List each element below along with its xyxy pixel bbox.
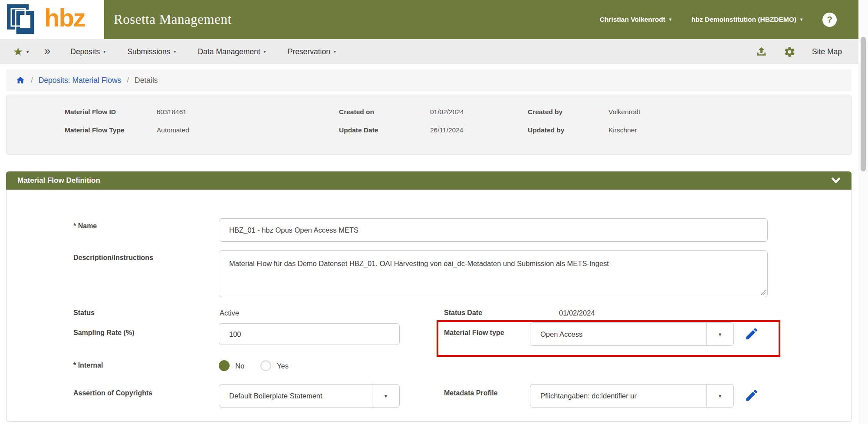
internal-radio-yes[interactable]: [260, 360, 271, 371]
summary-panel: Material Flow ID60318461 Created on01/02…: [6, 95, 852, 155]
nav-right: Site Map: [756, 39, 842, 64]
summary-material-flow-type: Material Flow TypeAutomated: [65, 126, 189, 134]
chevron-down-icon: [334, 49, 336, 54]
institution-menu[interactable]: hbz Demoinstitution (HBZDEMO): [691, 16, 802, 23]
internal-radio-no[interactable]: [219, 360, 230, 371]
nav-item-preservation[interactable]: Preservation: [288, 47, 336, 56]
sampling-rate-input[interactable]: 100: [219, 323, 400, 345]
gear-icon[interactable]: [784, 46, 796, 58]
chevron-down-icon[interactable]: [372, 385, 399, 407]
chevron-down-icon: [103, 49, 105, 54]
page-title: Rosetta Management: [114, 0, 232, 39]
section-header-material-flow-definition[interactable]: Material Flow Definition: [6, 171, 852, 190]
metadata-profile-label: Metadata Profile: [444, 389, 498, 397]
scrollbar-track[interactable]: [858, 0, 868, 424]
chevron-down-icon: [264, 49, 266, 54]
hbz-logo-text: hbz: [44, 5, 85, 34]
nav-item-label: Preservation: [288, 47, 330, 56]
summary-label: Updated by: [528, 126, 608, 134]
edit-metadata-profile-pencil-icon[interactable]: [744, 388, 759, 403]
chevron-down-icon[interactable]: [707, 323, 733, 345]
nav-item-submissions[interactable]: Submissions: [127, 47, 176, 56]
summary-label: Created on: [339, 108, 430, 116]
internal-radio-no-label: No: [235, 362, 244, 370]
name-label: * Name: [73, 222, 97, 230]
status-date-value: 01/02/2024: [559, 309, 595, 317]
name-input[interactable]: HBZ_01 - hbz Opus Open Access METS: [219, 218, 768, 242]
hbz-logo-icon: [6, 3, 40, 36]
home-icon[interactable]: [16, 76, 25, 85]
summary-created-on: Created on01/02/2024: [339, 108, 464, 116]
metadata-profile-select[interactable]: Pflichtangaben: dc:identifier ur: [530, 384, 734, 408]
summary-value: 26/11/2024: [430, 126, 463, 134]
summary-updated-by: Updated byKirschner: [528, 126, 637, 134]
material-flow-definition-form: * Name HBZ_01 - hbz Opus Open Access MET…: [6, 190, 852, 422]
summary-update-date: Update Date26/11/2024: [339, 126, 463, 134]
summary-value: Volkenrodt: [608, 108, 640, 115]
summary-value: Kirschner: [608, 126, 637, 134]
nav-item-label: Deposits: [70, 47, 100, 56]
internal-label: * Internal: [73, 362, 103, 369]
app-header: hbz Rosetta Management Christian Volkenr…: [0, 0, 858, 39]
copyrights-select[interactable]: Default Boilerplate Statement: [219, 384, 400, 408]
summary-label: Created by: [528, 108, 608, 116]
material-flow-type-value: Open Access: [530, 323, 707, 345]
copyrights-label: Assertion of Copyrights: [73, 389, 152, 397]
header-right: Christian Volkenrodt hbz Demoinstitution…: [600, 0, 837, 39]
nav-item-data-management[interactable]: Data Management: [198, 47, 266, 56]
user-menu[interactable]: Christian Volkenrodt: [600, 16, 671, 23]
summary-value: Automated: [157, 126, 189, 134]
edit-material-flow-type-pencil-icon[interactable]: [744, 326, 759, 341]
site-map-link[interactable]: Site Map: [812, 47, 842, 56]
summary-value: 60318461: [157, 108, 187, 115]
chevron-down-icon[interactable]: [707, 385, 733, 407]
rosetta-management-screen: hbz Rosetta Management Christian Volkenr…: [0, 0, 868, 424]
nav-item-label: Data Management: [198, 47, 260, 56]
hbz-logo[interactable]: hbz: [0, 0, 104, 39]
summary-value: 01/02/2024: [430, 108, 464, 115]
breadcrumb-current: Details: [135, 76, 158, 85]
description-label: Description/Instructions: [73, 254, 153, 262]
breadcrumb-separator: /: [127, 76, 129, 85]
description-textarea[interactable]: Material Flow für das Demo Datenset HBZ_…: [219, 250, 768, 297]
user-menu-label: Christian Volkenrodt: [600, 16, 665, 23]
status-date-label: Status Date: [444, 309, 482, 317]
sampling-rate-label: Sampling Rate (%): [73, 329, 134, 337]
favorites-chevron-down-icon[interactable]: [26, 49, 29, 54]
summary-material-flow-id: Material Flow ID60318461: [65, 108, 187, 116]
section-title: Material Flow Definition: [17, 176, 100, 185]
metadata-profile-value: Pflichtangaben: dc:identifier ur: [530, 385, 707, 407]
upload-icon[interactable]: [756, 46, 767, 58]
nav-item-deposits[interactable]: Deposits: [70, 47, 105, 56]
breadcrumb-link-material-flows[interactable]: Deposits: Material Flows: [39, 76, 122, 85]
help-icon[interactable]: ?: [822, 13, 837, 27]
chevron-down-icon: [800, 17, 802, 22]
status-value: Active: [220, 309, 239, 317]
favorites-star-icon[interactable]: [13, 46, 23, 57]
summary-label: Material Flow Type: [65, 126, 157, 134]
summary-created-by: Created byVolkenrodt: [528, 108, 640, 116]
collapse-chevron-down-icon[interactable]: [832, 177, 840, 184]
nav-item-label: Submissions: [127, 47, 170, 56]
copyrights-value: Default Boilerplate Statement: [219, 385, 372, 407]
chevron-down-icon: [669, 17, 671, 22]
nav-overflow-icon[interactable]: »: [44, 46, 50, 58]
summary-label: Material Flow ID: [65, 108, 157, 116]
nav-items: Deposits Submissions Data Management Pre…: [70, 47, 336, 56]
breadcrumb-separator: /: [31, 76, 33, 85]
internal-radio-yes-label: Yes: [277, 362, 289, 370]
main-nav: » Deposits Submissions Data Management P…: [0, 39, 858, 64]
material-flow-type-select[interactable]: Open Access: [530, 322, 734, 346]
status-label: Status: [73, 309, 95, 317]
institution-menu-label: hbz Demoinstitution (HBZDEMO): [691, 16, 796, 23]
material-flow-type-label: Material Flow type: [444, 329, 504, 337]
summary-label: Update Date: [339, 126, 430, 134]
scrollbar-thumb[interactable]: [861, 37, 866, 171]
breadcrumb: / Deposits: Material Flows / Details: [6, 69, 852, 91]
chevron-down-icon: [174, 49, 176, 54]
